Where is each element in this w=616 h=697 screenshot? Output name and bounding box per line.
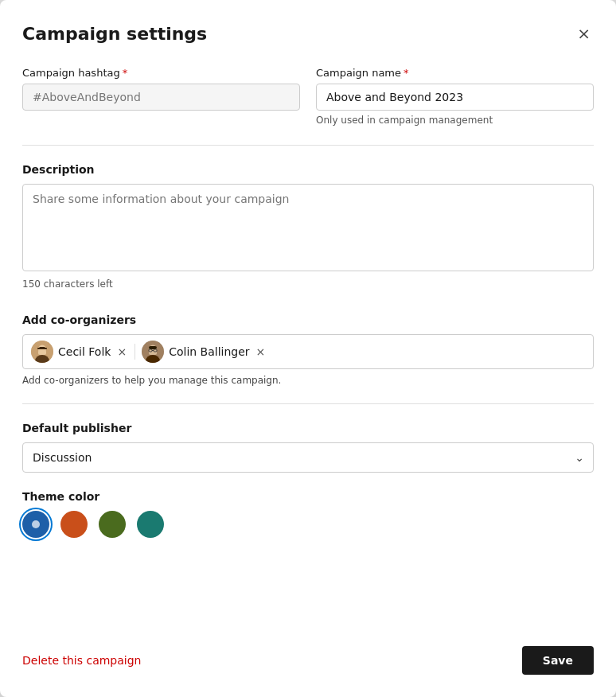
name-required-star: *	[404, 67, 409, 79]
svg-rect-5	[37, 348, 47, 349]
svg-rect-10	[149, 346, 157, 349]
publisher-select-wrapper: Discussion Post ⌄	[22, 442, 594, 473]
co-organizers-label: Add co-organizers	[22, 313, 594, 326]
section-divider-1	[22, 145, 594, 146]
color-swatch-green[interactable]	[99, 511, 126, 538]
modal-title: Campaign settings	[22, 24, 207, 44]
campaign-fields-row: Campaign hashtag* Campaign name* Only us…	[22, 67, 594, 126]
svg-rect-3	[38, 350, 46, 355]
hashtag-required-star: *	[123, 67, 128, 79]
delete-campaign-button[interactable]: Delete this campaign	[22, 654, 141, 667]
campaign-hashtag-input[interactable]	[22, 84, 300, 111]
organizer-name-colinballinger: Colin Ballinger	[169, 345, 249, 358]
modal-header: Campaign settings ×	[22, 22, 594, 45]
color-swatch-blue[interactable]	[22, 511, 49, 538]
avatar-colinballinger	[142, 341, 164, 363]
campaign-name-group: Campaign name* Only used in campaign man…	[316, 67, 594, 126]
remove-cecilfolk-button[interactable]: ×	[115, 346, 128, 357]
close-icon: ×	[577, 25, 591, 41]
default-publisher-section: Default publisher Discussion Post ⌄	[22, 422, 594, 473]
color-swatch-orange[interactable]	[60, 511, 88, 538]
campaign-name-input[interactable]	[316, 84, 594, 111]
remove-colinballinger-button[interactable]: ×	[255, 346, 267, 357]
avatar-cecilfolk	[31, 341, 53, 363]
modal-footer: Delete this campaign Save	[22, 638, 594, 675]
organizer-name-cecilfolk: Cecil Folk	[58, 345, 111, 358]
tag-divider	[135, 344, 135, 360]
color-swatches	[22, 511, 594, 538]
campaign-hashtag-label: Campaign hashtag*	[22, 67, 300, 79]
publisher-label: Default publisher	[22, 422, 594, 434]
char-count-text: 150 characters left	[22, 278, 594, 290]
close-button[interactable]: ×	[574, 22, 594, 45]
campaign-name-hint: Only used in campaign management	[316, 115, 594, 126]
save-button[interactable]: Save	[522, 646, 594, 675]
color-swatch-teal[interactable]	[137, 511, 164, 538]
description-textarea[interactable]	[22, 184, 594, 271]
avatar-colinballinger-image	[142, 341, 164, 363]
publisher-select[interactable]: Discussion Post	[22, 442, 594, 473]
description-label: Description	[22, 163, 594, 176]
organizer-tag-cecilfolk: Cecil Folk ×	[31, 341, 128, 363]
description-section: Description 150 characters left	[22, 163, 594, 307]
theme-color-label: Theme color	[22, 490, 594, 503]
co-organizers-input-box[interactable]: Cecil Folk ×	[22, 334, 594, 369]
section-divider-2	[22, 403, 594, 404]
co-organizers-hint: Add co-organizers to help you manage thi…	[22, 375, 594, 386]
campaign-name-label: Campaign name*	[316, 67, 594, 79]
organizer-tag-colinballinger: Colin Ballinger ×	[142, 341, 267, 363]
avatar-cecilfolk-image	[31, 341, 53, 363]
co-organizers-section: Add co-organizers Cecil Folk ×	[22, 313, 594, 386]
campaign-hashtag-group: Campaign hashtag*	[22, 67, 300, 126]
theme-color-section: Theme color	[22, 490, 594, 538]
campaign-settings-modal: Campaign settings × Campaign hashtag* Ca…	[0, 0, 616, 697]
